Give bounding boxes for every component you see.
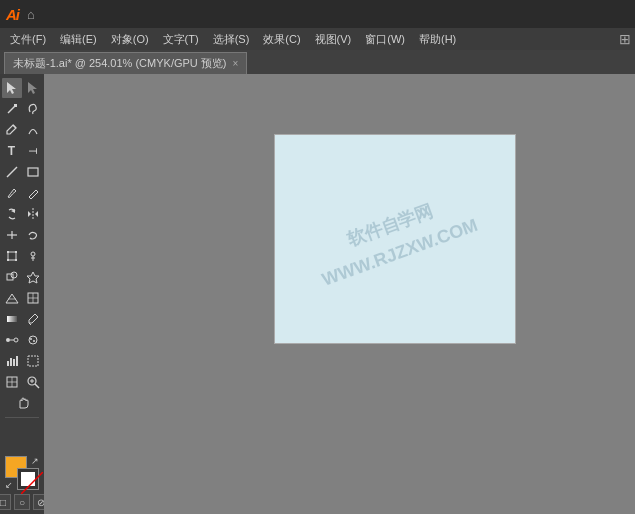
pencil-tool[interactable] xyxy=(23,183,43,203)
width-tool[interactable] xyxy=(2,225,22,245)
svg-point-34 xyxy=(14,338,18,342)
menu-effects[interactable]: 效果(C) xyxy=(257,30,306,49)
canvas-area: 软件自学网 WWW.RJZXW.COM xyxy=(44,74,635,514)
lasso-tool[interactable] xyxy=(23,99,43,119)
puppet-warp-tool[interactable] xyxy=(23,246,43,266)
svg-rect-3 xyxy=(14,104,17,107)
main-area: T T xyxy=(0,74,635,514)
tool-row-10 xyxy=(0,267,44,287)
perspective-grid-tool[interactable] xyxy=(2,288,22,308)
tool-row-1 xyxy=(0,78,44,98)
menu-bar: 文件(F) 编辑(E) 对象(O) 文字(T) 选择(S) 效果(C) 视图(V… xyxy=(0,28,635,50)
tool-row-7 xyxy=(0,204,44,224)
menu-window[interactable]: 窗口(W) xyxy=(359,30,411,49)
svg-rect-17 xyxy=(7,259,9,261)
toolbar: T T xyxy=(0,74,44,514)
svg-rect-41 xyxy=(13,359,15,366)
tool-row-14 xyxy=(0,351,44,371)
watermark-line2: WWW.RJZXW.COM xyxy=(318,211,482,294)
tab-bar: 未标题-1.ai* @ 254.01% (CMYK/GPU 预览) × xyxy=(0,50,635,74)
tool-row-15 xyxy=(0,372,44,392)
menu-view[interactable]: 视图(V) xyxy=(309,30,358,49)
svg-line-24 xyxy=(6,294,12,303)
eyedropper-tool[interactable] xyxy=(23,309,43,329)
direct-selection-tool[interactable] xyxy=(23,78,43,98)
svg-rect-6 xyxy=(28,168,38,176)
menu-file[interactable]: 文件(F) xyxy=(4,30,52,49)
color-boxes: ↗ ↙ xyxy=(5,456,39,490)
gradient-tool[interactable] xyxy=(2,309,22,329)
svg-point-36 xyxy=(29,336,37,344)
symbol-sprayer-tool[interactable] xyxy=(23,330,43,350)
live-paint-tool[interactable] xyxy=(23,267,43,287)
workspace-icon[interactable]: ⊞ xyxy=(619,31,631,47)
artboard-tool[interactable] xyxy=(23,351,43,371)
warp-tool[interactable] xyxy=(23,225,43,245)
magic-wand-tool[interactable] xyxy=(2,99,22,119)
svg-rect-31 xyxy=(7,316,17,322)
svg-rect-40 xyxy=(10,358,12,366)
tool-row-13 xyxy=(0,330,44,350)
rectangle-tool[interactable] xyxy=(23,162,43,182)
watermark: 软件自学网 WWW.RJZXW.COM xyxy=(308,184,482,294)
svg-rect-14 xyxy=(8,252,16,260)
gradient-fill-button[interactable]: ⊘ xyxy=(33,494,44,510)
svg-marker-0 xyxy=(7,82,16,94)
reset-colors-icon[interactable]: ↙ xyxy=(5,480,13,490)
svg-rect-39 xyxy=(7,361,9,366)
reflect-tool[interactable] xyxy=(23,204,43,224)
tool-row-5 xyxy=(0,162,44,182)
svg-line-25 xyxy=(12,294,18,303)
curvature-tool[interactable] xyxy=(23,120,43,140)
menu-object[interactable]: 对象(O) xyxy=(105,30,155,49)
menu-select[interactable]: 选择(S) xyxy=(207,30,256,49)
slice-tool[interactable] xyxy=(2,372,22,392)
svg-rect-16 xyxy=(15,251,17,253)
shape-builder-tool[interactable] xyxy=(2,267,22,287)
type-tool[interactable]: T xyxy=(2,141,22,161)
hand-tool[interactable] xyxy=(12,393,32,413)
zoom-tool[interactable] xyxy=(23,372,43,392)
tab-label: 未标题-1.ai* @ 254.01% (CMYK/GPU 预览) xyxy=(13,56,227,71)
app-logo: Ai xyxy=(6,6,19,23)
svg-rect-43 xyxy=(28,356,38,366)
column-graph-tool[interactable] xyxy=(2,351,22,371)
svg-line-2 xyxy=(8,106,15,113)
free-transform-tool[interactable] xyxy=(2,246,22,266)
stroke-inner xyxy=(18,469,38,489)
menu-edit[interactable]: 编辑(E) xyxy=(54,30,103,49)
menu-help[interactable]: 帮助(H) xyxy=(413,30,462,49)
stroke-color-box[interactable] xyxy=(17,468,39,490)
blend-tool[interactable] xyxy=(2,330,22,350)
pen-tool[interactable] xyxy=(2,120,22,140)
tab-close-button[interactable]: × xyxy=(233,58,239,69)
svg-line-7 xyxy=(29,197,31,199)
svg-rect-15 xyxy=(7,251,9,253)
none-fill-button[interactable]: □ xyxy=(0,494,11,510)
menu-text[interactable]: 文字(T) xyxy=(157,30,205,49)
document-tab[interactable]: 未标题-1.ai* @ 254.01% (CMYK/GPU 预览) × xyxy=(4,52,247,74)
svg-point-37 xyxy=(30,338,32,340)
svg-marker-1 xyxy=(28,82,37,94)
color-fill-button[interactable]: ○ xyxy=(14,494,30,510)
tool-row-16 xyxy=(0,393,44,413)
vertical-type-tool[interactable]: T xyxy=(23,141,43,161)
tool-row-3 xyxy=(0,120,44,140)
svg-point-38 xyxy=(33,340,35,342)
home-icon[interactable]: ⌂ xyxy=(27,7,35,22)
svg-marker-11 xyxy=(35,211,38,217)
svg-point-19 xyxy=(31,252,35,256)
rotate-tool[interactable] xyxy=(2,204,22,224)
tool-row-9 xyxy=(0,246,44,266)
paintbrush-tool[interactable] xyxy=(2,183,22,203)
watermark-line1: 软件自学网 xyxy=(308,184,472,267)
selection-tool[interactable] xyxy=(2,78,22,98)
svg-line-5 xyxy=(7,167,17,177)
swap-colors-icon[interactable]: ↗ xyxy=(31,456,39,466)
artboard: 软件自学网 WWW.RJZXW.COM xyxy=(274,134,516,344)
mesh-tool[interactable] xyxy=(23,288,43,308)
title-bar: Ai ⌂ xyxy=(0,0,635,28)
svg-point-23 xyxy=(11,272,17,278)
svg-line-51 xyxy=(21,472,43,494)
line-tool[interactable] xyxy=(2,162,22,182)
